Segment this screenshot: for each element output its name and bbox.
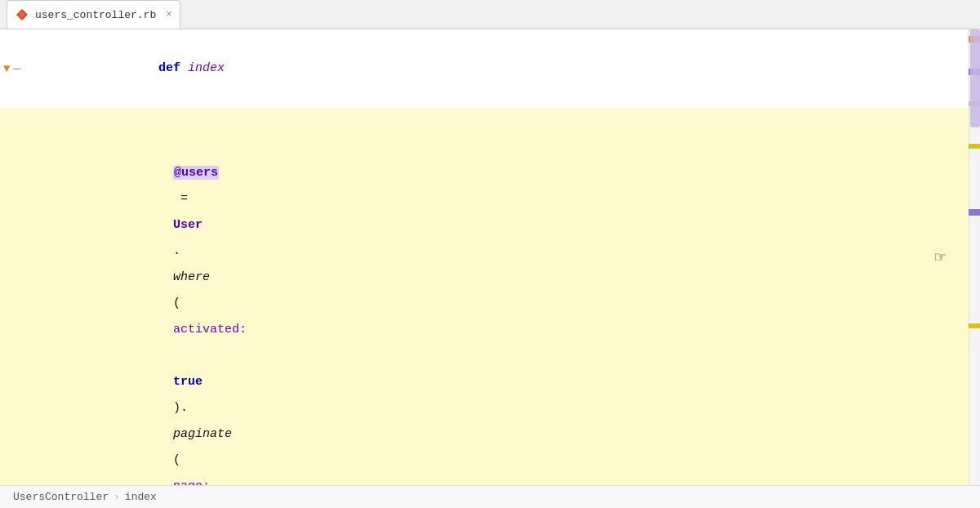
tab-filename: users_controller.rb xyxy=(35,9,156,21)
tab-bar: users_controller.rb × xyxy=(0,0,980,29)
breadcrumb-class[interactable]: UsersController xyxy=(13,491,109,503)
breadcrumb-bar: UsersController › index xyxy=(0,485,980,508)
line-content: @users = User . where ( activated: true … xyxy=(82,108,969,485)
scroll-marker xyxy=(969,209,980,216)
code-line-highlighted: @users = User . where ( activated: true … xyxy=(0,108,969,485)
file-tab[interactable]: users_controller.rb × xyxy=(7,0,180,29)
scrollbar-thumb[interactable] xyxy=(970,29,980,127)
breadcrumb-method[interactable]: index xyxy=(125,491,157,503)
line-gutter: ▼ — xyxy=(0,56,82,82)
keyword-def: def xyxy=(158,61,188,75)
scroll-marker xyxy=(969,144,980,149)
code-area[interactable]: ▼ — def index @users = User xyxy=(0,29,969,485)
breadcrumb-separator: › xyxy=(114,491,120,503)
method-index: index xyxy=(188,61,225,75)
line-content: def index xyxy=(82,29,969,108)
fold-arrow-icon[interactable]: ▼ xyxy=(3,56,10,82)
code-line: ▼ — def index xyxy=(0,29,969,108)
scroll-marker xyxy=(969,323,980,328)
scrollbar[interactable] xyxy=(969,29,980,485)
var-users: @users xyxy=(173,166,219,180)
ruby-icon xyxy=(16,8,29,21)
tab-close-button[interactable]: × xyxy=(166,9,172,20)
fold-minus-icon[interactable]: — xyxy=(13,56,20,82)
editor-container: ▼ — def index @users = User xyxy=(0,29,980,485)
code-content: ▼ — def index @users = User xyxy=(0,29,969,485)
